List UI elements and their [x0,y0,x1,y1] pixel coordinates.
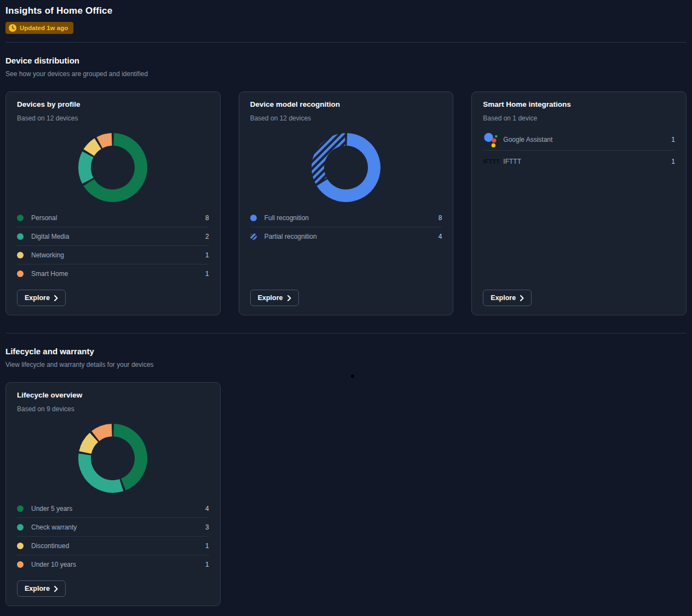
insights-page: Insights of Home Office Updated 1w ago D… [0,0,692,606]
legend-dot [17,252,24,258]
legend-dot [17,543,24,549]
ifttt-logo: IFTTT [483,158,498,165]
card-device-model-recognition: Device model recognition Based on 12 dev… [239,91,454,315]
section-divider [5,333,687,333]
legend-dot [250,215,257,221]
cursor-dot [351,375,354,378]
legend-dot-hatched [250,233,257,240]
legend-value: 1 [205,542,209,550]
section-subtitle-device-distribution: See how your devices are grouped and ide… [5,70,687,78]
legend-label: Personal [31,214,205,222]
card-smart-home-integrations: Smart Home integrations Based on 1 devic… [471,91,687,315]
section-subtitle-lifecycle: View lifecycle and warranty details for … [5,361,687,369]
card-title: Device model recognition [250,100,442,109]
legend: Full recognition 8 Partial recognition 4 [250,209,442,246]
legend-value: 8 [439,214,442,222]
legend-row: Smart Home 1 [17,264,209,283]
legend-dot [17,270,24,277]
integration-row-google-assistant: Google Assistant 1 [483,129,675,151]
explore-label: Explore [258,294,283,302]
explore-button[interactable]: Explore [250,290,299,306]
integration-list: Google Assistant 1 IFTTT IFTTT 1 [483,129,675,172]
legend-row: Personal 8 [17,209,209,227]
explore-label: Explore [25,585,50,592]
device-distribution-cards: Devices by profile Based on 12 devices P… [5,91,687,315]
page-title: Insights of Home Office [5,5,687,16]
legend-label: Networking [31,251,205,259]
legend-dot [17,505,24,512]
updated-badge-label: Updated 1w ago [20,25,68,31]
card-title: Devices by profile [17,100,209,109]
card-devices-by-profile: Devices by profile Based on 12 devices P… [5,91,221,315]
legend-label: Partial recognition [264,233,439,240]
legend-value: 1 [205,561,209,568]
integration-label: IFTTT [503,158,671,165]
legend-value: 4 [439,233,442,240]
legend-value: 4 [205,505,209,513]
section-divider [5,42,687,43]
chevron-right-icon [520,295,524,301]
card-subtitle: Based on 12 devices [250,114,442,122]
legend-dot [17,215,24,221]
explore-button[interactable]: Explore [17,580,66,597]
legend: Personal 8 Digital Media 2 Networking 1 … [17,209,209,283]
card-title: Lifecycle overview [17,391,209,400]
google-assistant-icon [483,131,498,148]
legend-row: Under 10 years 1 [17,555,209,574]
clock-icon [9,24,16,32]
legend-dot [17,233,24,240]
legend-value: 8 [205,214,209,222]
legend-row: Partial recognition 4 [250,227,442,246]
legend-row: Check warranty 3 [17,518,209,537]
legend-value: 2 [205,233,209,240]
legend-value: 3 [205,523,209,531]
legend-value: 1 [205,270,209,278]
device-model-recognition-donut-chart [250,128,442,208]
section-title-device-distribution: Device distribution [5,56,687,65]
legend-dot [17,524,24,531]
card-lifecycle-overview: Lifecycle overview Based on 9 devices Un… [5,382,221,606]
legend-label: Full recognition [264,214,439,222]
devices-by-profile-donut-chart [17,128,209,208]
legend-row: Digital Media 2 [17,227,209,246]
legend-row: Discontinued 1 [17,537,209,555]
legend-label: Digital Media [31,233,205,240]
integration-row-ifttt: IFTTT IFTTT 1 [483,151,675,172]
legend-label: Smart Home [31,270,205,278]
legend-label: Under 10 years [31,561,205,568]
card-subtitle: Based on 1 device [483,114,675,122]
integration-label: Google Assistant [503,136,671,143]
legend-label: Check warranty [31,523,205,531]
card-subtitle: Based on 9 devices [17,405,209,413]
card-title: Smart Home integrations [483,100,675,109]
explore-button[interactable]: Explore [17,290,66,306]
legend-label: Under 5 years [31,505,205,513]
chevron-right-icon [54,586,58,592]
chevron-right-icon [54,295,58,301]
chevron-right-icon [287,295,291,301]
integration-value: 1 [671,136,675,143]
legend: Under 5 years 4 Check warranty 3 Discont… [17,499,209,574]
legend-row: Under 5 years 4 [17,499,209,518]
explore-label: Explore [491,294,516,302]
lifecycle-cards: Lifecycle overview Based on 9 devices Un… [5,382,687,606]
legend-row: Full recognition 8 [250,209,442,227]
explore-label: Explore [25,294,50,302]
card-subtitle: Based on 12 devices [17,114,209,122]
section-title-lifecycle: Lifecycle and warranty [5,347,687,356]
legend-label: Discontinued [31,542,205,550]
lifecycle-overview-donut-chart [17,418,209,498]
updated-badge: Updated 1w ago [5,22,73,34]
legend-dot [17,561,24,568]
integration-value: 1 [671,158,675,165]
legend-row: Networking 1 [17,246,209,264]
legend-value: 1 [205,251,209,259]
explore-button[interactable]: Explore [483,290,532,306]
